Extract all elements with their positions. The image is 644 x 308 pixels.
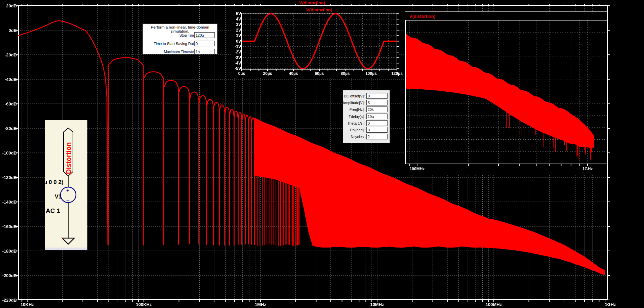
sine-dialog-label: Freq[Hz]: (350, 107, 365, 112)
sine-dialog-row: Amplitude[V]: (343, 100, 390, 106)
sine-dialog-label: Ncycles: (351, 135, 365, 139)
spice-directive-fragment: u 0 0 2) (45, 179, 64, 185)
sim-dialog-field[interactable] (194, 32, 215, 38)
freq-inset-title: V(distortion) (409, 14, 435, 19)
time-inset-title: V(distortion) (306, 7, 332, 12)
sine-dialog-field[interactable] (366, 120, 388, 126)
sine-dialog-field[interactable] (366, 106, 388, 112)
sine-dialog-row: Phi[deg]: (343, 127, 390, 133)
sim-dialog-label: Maximum Timestep: (164, 50, 197, 54)
sine-dialog-label: Phi[deg]: (350, 128, 365, 132)
sim-dialog-label: Time to Start Saving Data: (154, 42, 197, 46)
sine-dialog-field[interactable] (366, 134, 388, 139)
sine-dialog-row: DC offset[V]: (343, 93, 390, 99)
main-plot-title: V(distortion) (299, 0, 325, 5)
sine-dialog-label: Theta[1/s]: (347, 121, 365, 125)
source-minus-sign: − (66, 197, 69, 203)
sine-dialog-field[interactable] (366, 114, 388, 119)
sine-dialog-label: Amplitude[V]: (343, 101, 365, 105)
sine-dialog-row: Theta[1/s]: (343, 120, 390, 126)
schematic-bottom-strip (45, 248, 87, 250)
sim-dialog-field[interactable] (194, 49, 215, 54)
waveform-plot-canvas[interactable] (0, 0, 644, 308)
sim-dialog-row: Stop Time: (143, 32, 217, 38)
ac-spec-text[interactable]: AC 1 (46, 207, 61, 214)
sine-dialog-label: Tdelay[s]: (349, 115, 365, 119)
sine-dialog-label: DC offset[V]: (344, 94, 365, 98)
transient-sim-dialog[interactable]: Perform a non-linear, time-domain simula… (142, 24, 218, 54)
ground-symbol[interactable] (62, 238, 74, 244)
sine-dialog-field[interactable] (366, 127, 388, 133)
sine-params-dialog[interactable]: DC offset[V]:Amplitude[V]:Freq[Hz]:Tdela… (343, 90, 390, 143)
net-label-text[interactable]: Distortion (65, 142, 72, 174)
sim-dialog-row: Maximum Timestep: (143, 49, 217, 55)
sine-dialog-row: Tdelay[s]: (343, 114, 390, 120)
source-plus-sign: + (66, 188, 69, 193)
designator-text[interactable]: V1 (55, 194, 62, 200)
ltspice-window: V(distortion) V(distortion) V(distortion… (0, 0, 644, 308)
junction-dot (63, 238, 64, 239)
sine-dialog-field[interactable] (366, 93, 388, 99)
sim-dialog-row: Time to Start Saving Data: (143, 41, 217, 47)
sine-dialog-field[interactable] (366, 100, 388, 105)
schematic-panel[interactable]: Distortion u 0 0 2) + − V1 AC 1 (45, 120, 87, 250)
sim-dialog-field[interactable] (194, 41, 215, 46)
sine-dialog-row: Ncycles: (343, 134, 390, 140)
sine-dialog-row: Freq[Hz]: (343, 106, 390, 113)
